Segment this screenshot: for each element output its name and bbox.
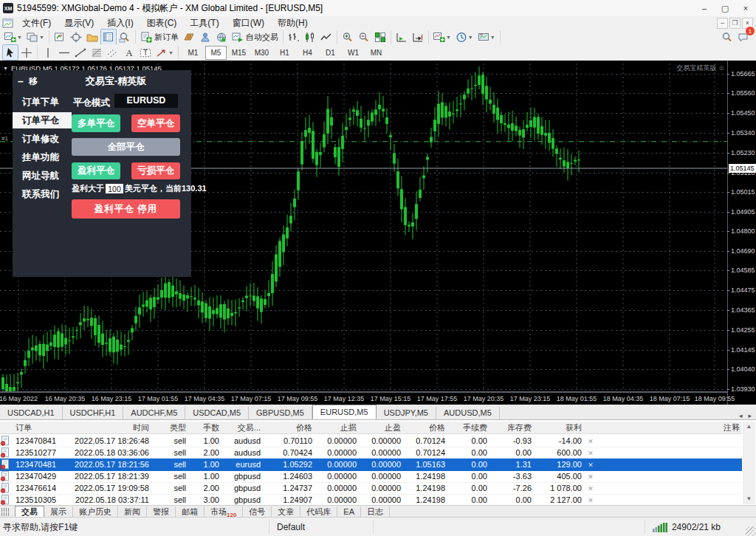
- menu-item-2[interactable]: 插入(I): [100, 16, 140, 30]
- menu-item-1[interactable]: 显示(V): [58, 16, 100, 30]
- panel-minimize-button[interactable]: –: [13, 75, 29, 87]
- terminal-tab-新闻[interactable]: 新闻: [118, 506, 147, 517]
- panel-nav-1[interactable]: 订单平仓: [13, 112, 72, 128]
- dropdown-arrow-icon[interactable]: ▼: [468, 35, 473, 40]
- tabs-scroll-left-icon[interactable]: ◂: [739, 412, 743, 419]
- terminal-scrollbar[interactable]: ▲ ▼: [743, 422, 755, 504]
- chart-window-icon[interactable]: [2, 18, 14, 28]
- child-restore-icon[interactable]: ❐: [729, 18, 740, 29]
- scroll-up-icon[interactable]: ▲: [743, 422, 755, 432]
- scroll-down-icon[interactable]: ▼: [743, 494, 755, 504]
- search-icon[interactable]: [719, 29, 735, 45]
- close-all-button[interactable]: 全部平仓: [72, 138, 180, 156]
- close-order-icon[interactable]: ✕: [584, 435, 597, 447]
- chart-shift-icon[interactable]: [410, 29, 426, 45]
- terminal-tab-信号[interactable]: 信号: [243, 506, 272, 517]
- dropdown-arrow-icon[interactable]: ▼: [446, 35, 451, 40]
- indicators-icon[interactable]: ▼: [431, 29, 453, 45]
- dropdown-arrow-icon[interactable]: ▼: [17, 35, 22, 40]
- timeframe-m15[interactable]: M15: [228, 46, 250, 60]
- zoom-out-icon[interactable]: [356, 29, 372, 45]
- crosshair-target-icon[interactable]: [68, 29, 84, 45]
- community-icon[interactable]: [213, 29, 230, 45]
- bar-chart-icon[interactable]: [286, 29, 302, 45]
- close-loss-button[interactable]: 亏损平仓: [131, 162, 180, 179]
- terminal-tab-展示[interactable]: 展示: [44, 506, 73, 517]
- notifications-icon[interactable]: 1: [735, 29, 752, 45]
- market-watch-icon[interactable]: [100, 29, 117, 45]
- order-row[interactable]: 1234766142022.05.17 19:09:58sell2.00gbpu…: [0, 482, 742, 495]
- tabs-scroll-right-icon[interactable]: ▸: [748, 412, 752, 419]
- close-order-icon[interactable]: ✕: [584, 470, 597, 482]
- candlestick-icon[interactable]: [302, 29, 318, 45]
- order-row[interactable]: 1235102772022.05.18 03:36:06sell2.00audu…: [0, 447, 742, 459]
- profile-selector[interactable]: Default: [269, 520, 374, 534]
- order-row[interactable]: 1234704812022.05.17 18:21:56sell1.00euru…: [0, 458, 742, 471]
- data-window-icon[interactable]: [117, 29, 133, 45]
- order-row[interactable]: 1234708412022.05.17 18:26:48sell1.00audu…: [0, 435, 742, 447]
- menu-item-0[interactable]: 文件(F): [16, 16, 58, 30]
- chart-tab-eurusd-m5[interactable]: EURUSD,M5: [312, 405, 377, 419]
- timeframe-m1[interactable]: M1: [182, 46, 204, 60]
- chart-tab-audchf-m5[interactable]: AUDCHF,M5: [123, 407, 185, 419]
- panel-nav-2[interactable]: 订单修改: [13, 131, 72, 147]
- chart-tab-usdcad-m5[interactable]: USDCAD,M5: [185, 407, 249, 419]
- close-order-icon[interactable]: ✕: [584, 482, 597, 494]
- timeframe-h1[interactable]: H1: [274, 46, 295, 60]
- dropdown-arrow-icon[interactable]: ▼: [168, 50, 173, 55]
- panel-move-button[interactable]: 移: [29, 75, 38, 88]
- terminal-tab-警报[interactable]: 警报: [147, 506, 176, 517]
- chart-area[interactable]: 1.056651.055601.054501.053401.052301.051…: [0, 61, 756, 405]
- terminal-tab-代码库[interactable]: 代码库: [300, 506, 337, 517]
- symbols-icon[interactable]: [52, 29, 68, 45]
- label-icon[interactable]: T: [137, 44, 154, 61]
- close-order-icon[interactable]: ✕: [584, 494, 597, 506]
- terminal-tab-市场[interactable]: 市场120: [205, 506, 243, 517]
- close-order-icon[interactable]: ✕: [584, 447, 597, 458]
- trendline-icon[interactable]: [72, 44, 89, 61]
- terminal-tab-ea[interactable]: EA: [337, 506, 361, 517]
- fibonacci-icon[interactable]: [89, 44, 105, 61]
- panel-nav-4[interactable]: 网址导航: [13, 168, 72, 184]
- menu-item-6[interactable]: 帮助(H): [271, 16, 315, 30]
- close-profit-button[interactable]: 盈利平仓: [72, 162, 120, 179]
- crosshair-tool-icon[interactable]: [18, 44, 35, 61]
- horizontal-line-icon[interactable]: [56, 44, 72, 61]
- panel-nav-3[interactable]: 挂单功能: [13, 149, 72, 165]
- new-chart-icon[interactable]: ▼: [2, 29, 24, 45]
- chart-tab-usdjpy-m5[interactable]: USDJPY,M5: [377, 407, 436, 419]
- timeframe-m30[interactable]: M30: [251, 46, 272, 60]
- resize-grip[interactable]: [746, 526, 756, 536]
- terminal-tab-文章[interactable]: 文章: [272, 506, 300, 517]
- minimize-icon[interactable]: –: [694, 1, 715, 16]
- autotrading-icon[interactable]: 自动交易: [230, 29, 281, 45]
- panel-nav-5[interactable]: 联系我们: [13, 186, 72, 202]
- timeframe-h4[interactable]: H4: [297, 46, 318, 60]
- close-order-icon[interactable]: ✕: [584, 458, 597, 470]
- profiles-icon[interactable]: ▼: [24, 29, 47, 45]
- cursor-icon[interactable]: [2, 44, 18, 61]
- vertical-line-icon[interactable]: [40, 44, 56, 61]
- terminal-tab-邮箱[interactable]: 邮箱: [176, 506, 205, 517]
- chart-tab-gbpusd-m5[interactable]: GBPUSD,M5: [249, 407, 312, 419]
- close-long-button[interactable]: 多单平仓: [72, 114, 120, 132]
- shapes-icon[interactable]: ▼: [154, 44, 176, 61]
- experts-icon[interactable]: [197, 29, 213, 45]
- menu-item-4[interactable]: 工具(T): [183, 16, 225, 30]
- chart-tab-usdchf-h1[interactable]: USDCHF,H1: [63, 407, 124, 419]
- dropdown-arrow-icon[interactable]: ▼: [39, 35, 44, 40]
- panel-nav-0[interactable]: 订单下单: [13, 94, 72, 110]
- dropdown-arrow-icon[interactable]: ▼: [490, 35, 495, 40]
- script-icon[interactable]: [181, 29, 197, 45]
- close-short-button[interactable]: 空单平仓: [131, 114, 180, 132]
- tile-windows-icon[interactable]: [372, 29, 388, 45]
- zoom-in-icon[interactable]: [340, 29, 356, 45]
- terminal-tab-交易[interactable]: 交易: [15, 506, 44, 518]
- periods-icon[interactable]: ▼: [453, 29, 475, 45]
- timeframe-m5[interactable]: M5: [205, 46, 227, 60]
- templates-icon[interactable]: ▼: [475, 29, 498, 45]
- timeframe-d1[interactable]: D1: [320, 46, 341, 60]
- profit-close-toggle-button[interactable]: 盈利平仓 停用: [72, 199, 180, 219]
- symbol-dropdown-icon[interactable]: ▼: [3, 66, 8, 71]
- chart-tab-usdcad-h1[interactable]: USDCAD,H1: [0, 407, 63, 419]
